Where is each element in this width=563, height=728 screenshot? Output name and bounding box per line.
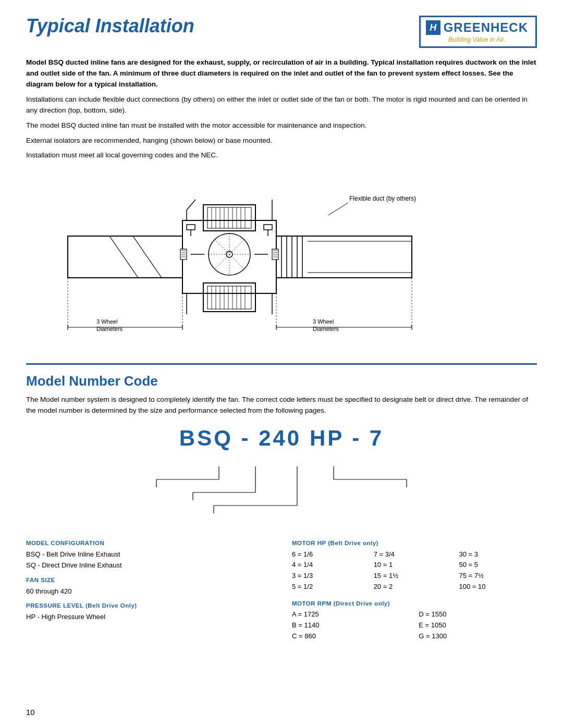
intro-text: Model BSQ ducted inline fans are designe… [26, 57, 537, 161]
hp-row4-col1: 5 = 1/2 [292, 582, 364, 593]
fan-size-value: 60 through 420 [26, 586, 271, 597]
rpm-row2-col2: E = 1050 [419, 620, 537, 631]
svg-text:3 Wheel: 3 Wheel [313, 318, 334, 325]
svg-rect-2 [68, 236, 182, 278]
model-config-label: MODEL CONFIGURATION [26, 538, 271, 548]
rpm-row2-col1: B = 1140 [292, 620, 409, 631]
hp-row2-col3: 50 = 5 [459, 560, 537, 571]
model-code-details: MODEL CONFIGURATION BSQ - Belt Drive Inl… [26, 534, 537, 641]
hp-row1-col2: 7 = 3/4 [374, 549, 450, 560]
svg-text:3 Wheel: 3 Wheel [96, 318, 117, 325]
hp-row4-col3: 100 = 10 [459, 582, 537, 593]
hp-row3-col3: 75 = 7½ [459, 571, 537, 582]
diagram-section: Flexible duct (by others) [26, 174, 537, 351]
model-section-title: Model Number Code [26, 373, 537, 389]
page-number: 10 [26, 708, 35, 717]
hp-row2-col1: 4 = 1/4 [292, 560, 364, 571]
rpm-row1-col1: A = 1725 [292, 609, 409, 620]
rpm-row3-col1: C = 860 [292, 631, 409, 642]
model-code-breakdown [26, 461, 537, 529]
page-header: Typical Installation H GREENHECK Buildin… [26, 16, 537, 48]
svg-rect-7 [264, 225, 272, 230]
sq-desc: SQ - Direct Drive Inline Exhaust [26, 560, 271, 571]
installation-diagram: Flexible duct (by others) [57, 174, 506, 351]
code-left: MODEL CONFIGURATION BSQ - Belt Drive Inl… [26, 534, 282, 623]
motor-rpm-label: MOTOR RPM (Direct Drive only) [292, 599, 537, 608]
bsq-desc: BSQ - Belt Drive Inline Exhaust [26, 549, 271, 560]
svg-text:Diameters: Diameters [313, 326, 339, 332]
model-section-desc: The Model number system is designed to c… [26, 394, 537, 416]
logo-icon: H [426, 20, 440, 35]
rpm-row3-col2: G = 1300 [419, 631, 537, 642]
motor-rpm-grid: A = 1725 D = 1550 B = 1140 E = 1050 C = … [292, 609, 537, 641]
svg-rect-21 [207, 286, 251, 309]
hp-row3-col2: 15 = 1½ [374, 571, 450, 582]
svg-rect-20 [203, 283, 255, 312]
logo-text: GREENHECK [444, 20, 528, 35]
hp-row1-col3: 30 = 3 [459, 549, 537, 560]
code-right: MOTOR HP (Belt Drive only) 6 = 1/6 7 = 3… [282, 534, 537, 641]
svg-line-1 [328, 203, 348, 215]
section-divider [26, 363, 537, 365]
hp-row4-col2: 20 = 2 [374, 582, 450, 593]
model-code-display: BSQ - 240 HP - 7 [26, 426, 537, 451]
intro-para-2: Installations can include flexible duct … [26, 94, 537, 116]
motor-hp-label: MOTOR HP (Belt Drive only) [292, 538, 537, 548]
model-number-section: Model Number Code The Model number syste… [26, 373, 537, 641]
hp-row3-col1: 3 = 1/3 [292, 571, 364, 582]
rpm-row1-col2: D = 1550 [419, 609, 537, 620]
svg-rect-5 [187, 225, 195, 230]
intro-para-5: Installation must meet all local governi… [26, 150, 537, 161]
intro-para-1: Model BSQ ducted inline fans are designe… [26, 57, 537, 90]
svg-rect-41 [276, 236, 412, 278]
fan-size-label: FAN SIZE [26, 575, 271, 585]
svg-rect-9 [203, 205, 255, 231]
page-title: Typical Installation [26, 16, 194, 36]
pressure-level-value: HP - High Pressure Wheel [26, 612, 271, 623]
logo-box: H GREENHECK Building Value in Air. [419, 16, 537, 48]
svg-line-53 [187, 200, 195, 210]
motor-hp-grid: 6 = 1/6 7 = 3/4 30 = 3 4 = 1/4 10 = 1 50… [292, 549, 537, 593]
svg-line-39 [109, 236, 138, 278]
svg-line-40 [133, 236, 162, 278]
svg-text:Diameters: Diameters [96, 326, 123, 332]
intro-para-4: External isolators are recommended, hang… [26, 135, 537, 146]
svg-text:Flexible duct (by others): Flexible duct (by others) [349, 195, 416, 202]
svg-rect-10 [207, 207, 251, 228]
logo-top: H GREENHECK [426, 20, 528, 35]
intro-para-3: The model BSQ ducted inline fan must be … [26, 120, 537, 131]
pressure-level-label: PRESSURE LEVEL (Belt Drive Only) [26, 601, 271, 610]
hp-row2-col2: 10 = 1 [374, 560, 450, 571]
logo-subtitle: Building Value in Air. [448, 36, 505, 43]
hp-row1-col1: 6 = 1/6 [292, 549, 364, 560]
